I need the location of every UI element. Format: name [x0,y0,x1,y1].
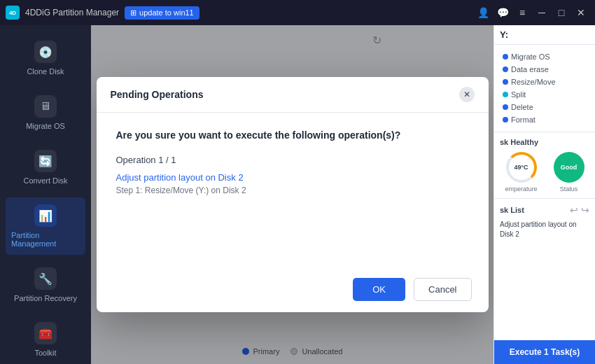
redo-arrow[interactable]: ↪ [581,204,589,216]
menu-resize-move[interactable]: Resize/Move [500,76,589,88]
disk-health-title: sk Healthy [500,138,589,146]
toolkit-icon: 🧰 [34,322,57,344]
app-name: 4DDiG Partition Manager [25,8,119,18]
operation-counter: Operation 1 / 1 [116,155,469,165]
menu-dot [503,117,508,122]
sidebar-item-label: Toolkit [34,349,56,357]
status-label: Status [560,186,578,192]
modal-body: Are you sure you want to execute the fol… [97,113,489,267]
sidebar-item-convert-disk[interactable]: 🔄 Convert Disk [6,143,85,192]
sidebar-item-label: Migrate OS [26,122,65,130]
chat-icon[interactable]: 💬 [494,4,511,21]
task-list-section: sk List ↩ ↪ Adjust partition layout on D… [494,199,595,340]
task-list-title: sk List [500,206,524,214]
sidebar-item-migrate-os[interactable]: 🖥 Migrate OS [6,88,85,137]
menu-dot [503,104,508,110]
close-button[interactable]: ✕ [573,4,589,21]
sidebar: 💿 Clone Disk 🖥 Migrate OS 🔄 Convert Disk… [0,25,91,364]
maximize-button[interactable]: □ [553,4,570,21]
cancel-button[interactable]: Cancel [414,278,471,301]
window-controls: 👤 💬 ≡ ─ □ ✕ [475,4,589,21]
temp-label: emperature [505,186,537,192]
menu-delete[interactable]: Delete [500,101,589,113]
menu-icon[interactable]: ≡ [514,4,531,21]
menu-migrate-os[interactable]: Migrate OS [500,50,589,63]
operation-step: Step 1: Resize/Move (Y:) on Disk 2 [116,186,469,195]
task-list-header: sk List ↩ ↪ [500,204,589,216]
partition-recovery-icon: 🔧 [34,267,57,290]
account-icon[interactable]: 👤 [475,4,491,21]
modal-footer: OK Cancel [97,267,489,312]
sidebar-item-label: Partition Recovery [14,294,77,302]
right-panel-menu: Migrate OS Data erase Resize/Move Split … [494,45,595,132]
sidebar-item-label: Convert Disk [24,176,68,185]
pending-operations-modal: Pending Operations ✕ Are you sure you wa… [97,77,489,312]
status-circle: Good [554,152,584,183]
main-layout: 💿 Clone Disk 🖥 Migrate OS 🔄 Convert Disk… [0,25,595,364]
sidebar-item-clone-disk[interactable]: 💿 Clone Disk [6,34,85,83]
health-meters: 49°C emperature Good Status [500,152,589,192]
modal-title: Pending Operations [111,89,204,100]
menu-data-erase[interactable]: Data erase [500,63,589,76]
modal-overlay: Pending Operations ✕ Are you sure you wa… [91,25,493,364]
temp-gauge-circle: 49°C [506,152,537,183]
partition-management-icon: 📊 [34,204,57,227]
modal-question: Are you sure you want to execute the fol… [116,130,469,141]
menu-dot [503,54,508,59]
migrate-os-icon: 🖥 [34,95,57,118]
content-area: ↻ Primary Unallocated Pending Operations… [91,25,493,364]
undo-arrow[interactable]: ↩ [570,204,578,216]
minimize-button[interactable]: ─ [533,4,550,21]
menu-split[interactable]: Split [500,88,589,101]
menu-dot [503,66,508,72]
modal-close-button[interactable]: ✕ [459,87,475,102]
task-item: Adjust partition layout on Disk 2 [500,220,589,239]
sidebar-item-label: Clone Disk [27,67,64,76]
task-arrows: ↩ ↪ [570,204,589,216]
menu-dot [503,92,508,97]
app-logo: 4D [6,6,20,20]
sidebar-item-toolkit[interactable]: 🧰 Toolkit [6,315,85,364]
drive-label: Y: [494,25,595,45]
menu-format[interactable]: Format [500,113,589,126]
sidebar-item-partition-recovery[interactable]: 🔧 Partition Recovery [6,260,85,309]
right-panel: Y: Migrate OS Data erase Resize/Move Spl… [493,25,595,364]
execute-button[interactable]: Execute 1 Task(s) [494,340,595,364]
status-gauge: Good Status [554,152,584,192]
sidebar-item-partition-management[interactable]: 📊 Partition Management [6,197,85,255]
ok-button[interactable]: OK [353,278,405,301]
update-button[interactable]: ⊞ update to win11 [125,6,200,20]
convert-disk-icon: 🔄 [34,150,57,172]
disk-health-section: sk Healthy 49°C emperature Good Status [494,132,595,199]
modal-header: Pending Operations ✕ [97,77,489,113]
operation-detail: Adjust partition layout on Disk 2 [116,172,469,183]
sidebar-item-label: Partition Management [11,231,80,248]
temperature-gauge: 49°C emperature [505,152,537,192]
clone-disk-icon: 💿 [34,41,57,63]
menu-dot [503,79,508,85]
title-bar: 4D 4DDiG Partition Manager ⊞ update to w… [0,0,595,25]
